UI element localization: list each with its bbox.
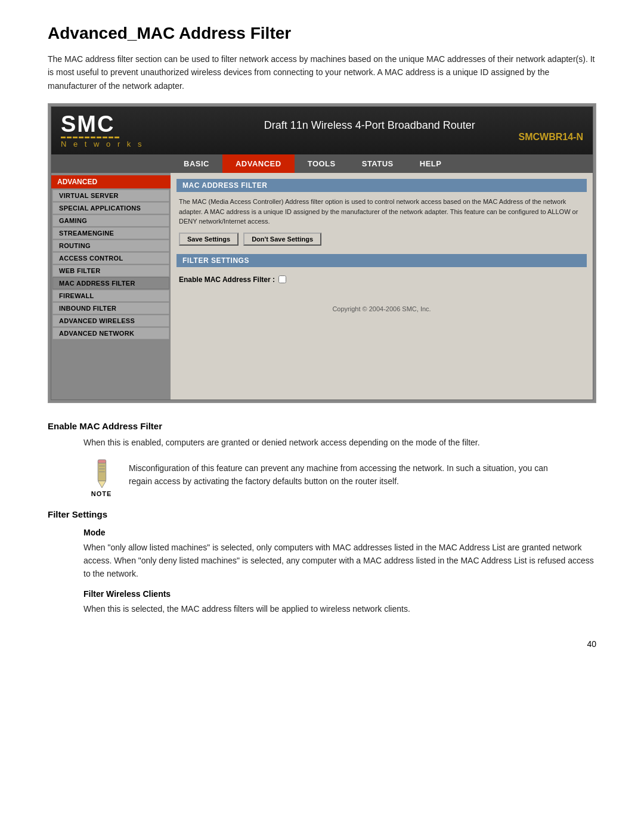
button-row: Save Settings Don't Save Settings — [177, 233, 587, 246]
enable-mac-filter-label: Enable MAC Address Filter : — [179, 275, 275, 284]
sidebar-section-header: ADVANCED — [51, 175, 171, 188]
svg-rect-2 — [98, 460, 106, 463]
nav-status[interactable]: STATUS — [349, 154, 407, 173]
router-main: MAC ADDRESS FILTER The MAC (Media Access… — [171, 173, 593, 400]
router-nav-items: BASIC ADVANCED TOOLS STATUS HELP — [171, 154, 593, 173]
enable-mac-text: When this is enabled, computers are gran… — [83, 436, 596, 449]
panel-section-header: MAC ADDRESS FILTER — [177, 179, 587, 192]
sidebar-item-inbound-filter[interactable]: INBOUND FILTER — [52, 302, 169, 314]
product-model: SMCWBR14-N — [156, 132, 583, 143]
note-label: NOTE — [91, 490, 112, 497]
smc-logo-text: SMC — [61, 113, 114, 135]
sidebar-item-advanced-wireless[interactable]: ADVANCED WIRELESS — [52, 315, 169, 327]
enable-filter-row: Enable MAC Address Filter : — [177, 272, 587, 287]
filter-wireless-heading: Filter Wireless Clients — [83, 589, 596, 599]
filter-settings-header: FILTER SETTINGS — [177, 254, 587, 267]
nav-advanced[interactable]: ADVANCED — [222, 154, 295, 173]
product-desc: Draft 11n Wireless 4-Port Broadband Rout… — [156, 119, 583, 132]
filter-wireless-text: When this is selected, the MAC address f… — [83, 602, 596, 615]
nav-tools[interactable]: TOOLS — [295, 154, 349, 173]
enable-mac-heading: Enable MAC Address Filter — [48, 421, 596, 431]
save-settings-button[interactable]: Save Settings — [179, 233, 239, 246]
router-ui: SMC N e t w o r k s Draft 11n Wireless 4… — [51, 106, 593, 400]
router-header: SMC N e t w o r k s Draft 11n Wireless 4… — [51, 107, 593, 154]
note-box: NOTE Misconfiguration of this feature ca… — [83, 459, 561, 497]
router-content: ADVANCED VIRTUAL SERVER SPECIAL APPLICAT… — [51, 173, 593, 400]
note-text: Misconfiguration of this feature can pre… — [129, 459, 561, 488]
sidebar-item-routing[interactable]: ROUTING — [52, 240, 169, 252]
smc-logo-networks: N e t w o r k s — [61, 140, 144, 148]
mode-text: When "only allow listed machines" is sel… — [83, 541, 596, 581]
copyright: Copyright © 2004-2006 SMC, Inc. — [177, 305, 587, 318]
below-ui-content: Enable MAC Address Filter When this is e… — [48, 421, 596, 615]
svg-rect-0 — [98, 461, 106, 481]
sidebar-item-special-apps[interactable]: SPECIAL APPLICATIONS — [52, 202, 169, 214]
filter-settings-heading: Filter Settings — [48, 509, 596, 519]
sidebar-item-streamengine[interactable]: STREAMENGINE — [52, 227, 169, 239]
note-pencil-icon — [88, 459, 114, 489]
sidebar-item-virtual-server[interactable]: VIRTUAL SERVER — [52, 190, 169, 202]
sidebar-item-mac-address-filter[interactable]: MAC ADDRESS FILTER — [52, 277, 169, 289]
nav-help[interactable]: HELP — [407, 154, 455, 173]
router-sidebar: ADVANCED VIRTUAL SERVER SPECIAL APPLICAT… — [51, 173, 171, 400]
sidebar-item-advanced-network[interactable]: ADVANCED NETWORK — [52, 327, 169, 339]
sidebar-item-access-control[interactable]: ACCESS CONTROL — [52, 252, 169, 264]
note-icon-container: NOTE — [83, 459, 119, 497]
smc-logo-underline — [61, 137, 119, 138]
sidebar-item-firewall[interactable]: FIREWALL — [52, 290, 169, 302]
router-ui-wrapper: SMC N e t w o r k s Draft 11n Wireless 4… — [48, 103, 596, 403]
filter-settings-section: FILTER SETTINGS Enable MAC Address Filte… — [177, 254, 587, 287]
mode-heading: Mode — [83, 528, 596, 537]
dont-save-settings-button[interactable]: Don't Save Settings — [243, 233, 321, 246]
intro-paragraph: The MAC address filter section can be us… — [48, 52, 596, 92]
sidebar-item-web-filter[interactable]: WEB FILTER — [52, 265, 169, 277]
router-header-info: Draft 11n Wireless 4-Port Broadband Rout… — [156, 119, 583, 143]
page-number: 40 — [48, 639, 596, 649]
router-nav: BASIC ADVANCED TOOLS STATUS HELP — [51, 154, 593, 173]
nav-spacer — [51, 154, 171, 173]
nav-basic[interactable]: BASIC — [171, 154, 222, 173]
smc-logo: SMC N e t w o r k s — [61, 113, 144, 148]
sidebar-item-gaming[interactable]: GAMING — [52, 215, 169, 227]
svg-marker-1 — [98, 481, 106, 488]
panel-description: The MAC (Media Access Controller) Addres… — [177, 197, 587, 227]
page-title: Advanced_MAC Address Filter — [48, 24, 596, 43]
enable-mac-filter-checkbox[interactable] — [278, 275, 286, 283]
